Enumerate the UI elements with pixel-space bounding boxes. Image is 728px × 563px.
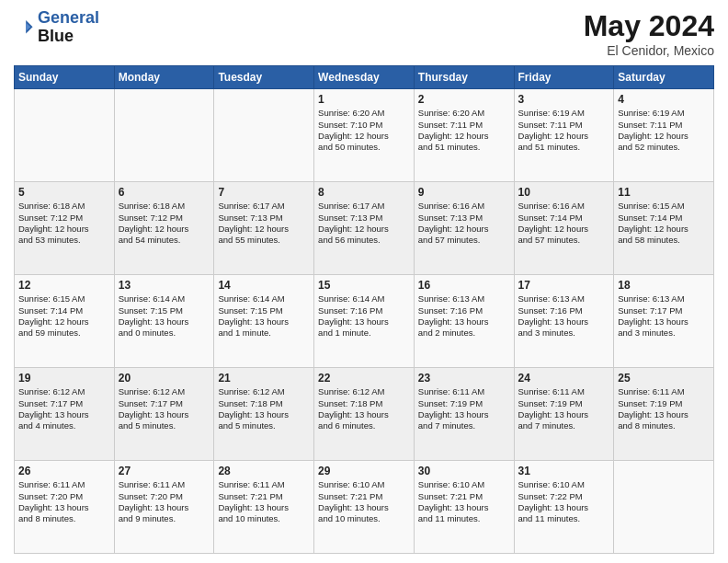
day-number: 1	[318, 92, 410, 107]
day-number: 8	[318, 185, 410, 200]
day-info: Sunrise: 6:11 AM Sunset: 7:21 PM Dayligh…	[218, 479, 310, 524]
day-number: 13	[119, 278, 210, 293]
calendar-cell: 31Sunrise: 6:10 AM Sunset: 7:22 PM Dayli…	[514, 461, 614, 554]
calendar-cell: 4Sunrise: 6:19 AM Sunset: 7:11 PM Daylig…	[614, 89, 714, 182]
day-number: 10	[518, 185, 610, 200]
calendar-cell: 22Sunrise: 6:12 AM Sunset: 7:18 PM Dayli…	[314, 368, 415, 461]
day-header-wednesday: Wednesday	[314, 66, 415, 89]
calendar-cell: 1Sunrise: 6:20 AM Sunset: 7:10 PM Daylig…	[314, 89, 415, 182]
day-info: Sunrise: 6:14 AM Sunset: 7:15 PM Dayligh…	[119, 293, 210, 339]
calendar-cell: 2Sunrise: 6:20 AM Sunset: 7:11 PM Daylig…	[414, 89, 514, 182]
calendar-cell: 9Sunrise: 6:16 AM Sunset: 7:13 PM Daylig…	[414, 182, 514, 275]
day-number: 6	[119, 185, 210, 200]
day-number: 22	[318, 371, 410, 385]
calendar-body: 1Sunrise: 6:20 AM Sunset: 7:10 PM Daylig…	[15, 89, 714, 554]
calendar-cell: 20Sunrise: 6:12 AM Sunset: 7:17 PM Dayli…	[114, 368, 214, 461]
calendar-cell: 24Sunrise: 6:11 AM Sunset: 7:19 PM Dayli…	[514, 368, 614, 461]
day-info: Sunrise: 6:18 AM Sunset: 7:12 PM Dayligh…	[18, 201, 110, 246]
day-info: Sunrise: 6:14 AM Sunset: 7:16 PM Dayligh…	[318, 293, 410, 339]
calendar-cell: 10Sunrise: 6:16 AM Sunset: 7:14 PM Dayli…	[514, 182, 614, 275]
day-number: 30	[418, 464, 510, 478]
calendar-cell: 5Sunrise: 6:18 AM Sunset: 7:12 PM Daylig…	[15, 182, 115, 275]
calendar-cell: 18Sunrise: 6:13 AM Sunset: 7:17 PM Dayli…	[614, 275, 714, 368]
day-info: Sunrise: 6:12 AM Sunset: 7:18 PM Dayligh…	[318, 386, 410, 431]
day-info: Sunrise: 6:15 AM Sunset: 7:14 PM Dayligh…	[618, 201, 710, 246]
day-info: Sunrise: 6:10 AM Sunset: 7:22 PM Dayligh…	[518, 479, 610, 524]
day-number: 19	[18, 371, 110, 385]
day-header-saturday: Saturday	[614, 66, 714, 89]
day-number: 20	[119, 371, 210, 385]
calendar-cell: 6Sunrise: 6:18 AM Sunset: 7:12 PM Daylig…	[114, 182, 214, 275]
day-info: Sunrise: 6:11 AM Sunset: 7:19 PM Dayligh…	[518, 386, 610, 431]
calendar-cell: 12Sunrise: 6:15 AM Sunset: 7:14 PM Dayli…	[15, 275, 115, 368]
day-info: Sunrise: 6:12 AM Sunset: 7:17 PM Dayligh…	[18, 386, 110, 431]
day-number: 18	[618, 278, 710, 293]
calendar-cell: 19Sunrise: 6:12 AM Sunset: 7:17 PM Dayli…	[15, 368, 115, 461]
calendar-cell: 26Sunrise: 6:11 AM Sunset: 7:20 PM Dayli…	[15, 461, 115, 554]
title-block: May 2024 El Cenidor, Mexico	[584, 9, 714, 58]
calendar-cell	[614, 461, 714, 554]
day-header-monday: Monday	[114, 66, 214, 89]
calendar-week-1: 1Sunrise: 6:20 AM Sunset: 7:10 PM Daylig…	[15, 89, 714, 182]
day-info: Sunrise: 6:18 AM Sunset: 7:12 PM Dayligh…	[119, 201, 210, 246]
day-number: 12	[18, 278, 110, 293]
day-info: Sunrise: 6:19 AM Sunset: 7:11 PM Dayligh…	[518, 108, 610, 153]
day-header-friday: Friday	[514, 66, 614, 89]
main-title: May 2024	[584, 9, 714, 43]
calendar-cell	[214, 89, 314, 182]
day-number: 15	[318, 278, 410, 293]
calendar-week-3: 12Sunrise: 6:15 AM Sunset: 7:14 PM Dayli…	[15, 275, 714, 368]
day-number: 31	[518, 464, 610, 478]
day-number: 7	[218, 185, 310, 200]
day-info: Sunrise: 6:19 AM Sunset: 7:11 PM Dayligh…	[618, 108, 710, 153]
day-number: 26	[18, 464, 110, 478]
calendar-cell: 23Sunrise: 6:11 AM Sunset: 7:19 PM Dayli…	[414, 368, 514, 461]
calendar: SundayMondayTuesdayWednesdayThursdayFrid…	[14, 65, 714, 554]
day-info: Sunrise: 6:10 AM Sunset: 7:21 PM Dayligh…	[318, 479, 410, 524]
day-header-tuesday: Tuesday	[214, 66, 314, 89]
calendar-cell	[114, 89, 214, 182]
calendar-cell: 16Sunrise: 6:13 AM Sunset: 7:16 PM Dayli…	[414, 275, 514, 368]
day-number: 27	[119, 464, 210, 478]
subtitle: El Cenidor, Mexico	[584, 43, 714, 58]
day-info: Sunrise: 6:17 AM Sunset: 7:13 PM Dayligh…	[318, 201, 410, 246]
day-number: 21	[218, 371, 310, 385]
day-header-row: SundayMondayTuesdayWednesdayThursdayFrid…	[15, 66, 714, 89]
calendar-cell: 8Sunrise: 6:17 AM Sunset: 7:13 PM Daylig…	[314, 182, 415, 275]
logo: General Blue	[14, 9, 99, 46]
header: General Blue May 2024 El Cenidor, Mexico	[14, 9, 714, 58]
day-info: Sunrise: 6:10 AM Sunset: 7:21 PM Dayligh…	[418, 479, 510, 524]
day-number: 2	[418, 92, 510, 107]
day-number: 11	[618, 185, 710, 200]
day-info: Sunrise: 6:11 AM Sunset: 7:19 PM Dayligh…	[618, 386, 710, 431]
day-info: Sunrise: 6:12 AM Sunset: 7:18 PM Dayligh…	[218, 386, 310, 431]
day-number: 17	[518, 278, 610, 293]
calendar-cell: 11Sunrise: 6:15 AM Sunset: 7:14 PM Dayli…	[614, 182, 714, 275]
day-number: 5	[18, 185, 110, 200]
calendar-cell: 25Sunrise: 6:11 AM Sunset: 7:19 PM Dayli…	[614, 368, 714, 461]
calendar-cell: 21Sunrise: 6:12 AM Sunset: 7:18 PM Dayli…	[214, 368, 314, 461]
day-info: Sunrise: 6:14 AM Sunset: 7:15 PM Dayligh…	[218, 293, 310, 339]
day-number: 28	[218, 464, 310, 478]
day-number: 16	[418, 278, 510, 293]
calendar-cell: 28Sunrise: 6:11 AM Sunset: 7:21 PM Dayli…	[214, 461, 314, 554]
calendar-cell: 15Sunrise: 6:14 AM Sunset: 7:16 PM Dayli…	[314, 275, 415, 368]
calendar-cell: 27Sunrise: 6:11 AM Sunset: 7:20 PM Dayli…	[114, 461, 214, 554]
day-info: Sunrise: 6:17 AM Sunset: 7:13 PM Dayligh…	[218, 201, 310, 246]
day-number: 4	[618, 92, 710, 107]
day-info: Sunrise: 6:11 AM Sunset: 7:20 PM Dayligh…	[18, 479, 110, 524]
day-number: 23	[418, 371, 510, 385]
day-info: Sunrise: 6:20 AM Sunset: 7:11 PM Dayligh…	[418, 108, 510, 153]
day-number: 25	[618, 371, 710, 385]
calendar-cell: 3Sunrise: 6:19 AM Sunset: 7:11 PM Daylig…	[514, 89, 614, 182]
calendar-cell	[15, 89, 115, 182]
day-info: Sunrise: 6:16 AM Sunset: 7:13 PM Dayligh…	[418, 201, 510, 246]
day-info: Sunrise: 6:16 AM Sunset: 7:14 PM Dayligh…	[518, 201, 610, 246]
day-number: 9	[418, 185, 510, 200]
calendar-cell: 13Sunrise: 6:14 AM Sunset: 7:15 PM Dayli…	[114, 275, 214, 368]
logo-blue: Blue	[38, 27, 74, 45]
calendar-header: SundayMondayTuesdayWednesdayThursdayFrid…	[15, 66, 714, 89]
logo-icon	[14, 17, 34, 38]
day-number: 29	[318, 464, 410, 478]
day-header-thursday: Thursday	[414, 66, 514, 89]
